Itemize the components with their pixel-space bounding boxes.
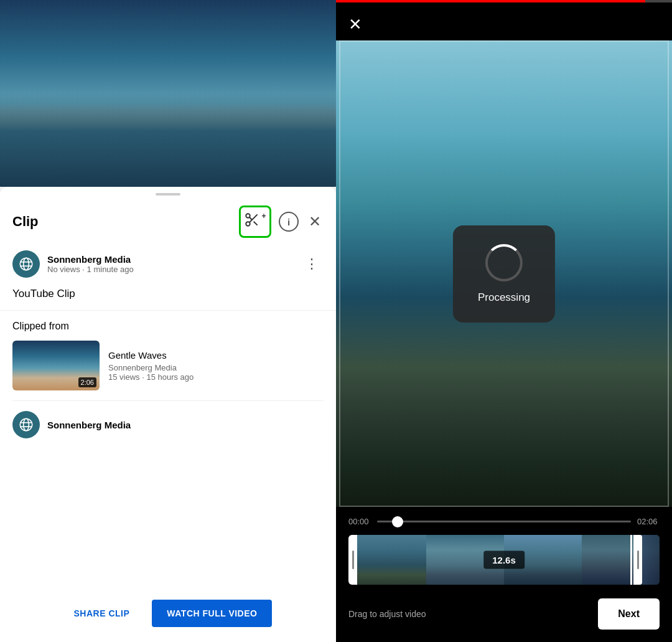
ocean-overlay xyxy=(0,93,336,187)
share-clip-button[interactable]: SHARE CLIP xyxy=(64,601,140,626)
video-title: YouTube Clip xyxy=(12,288,324,300)
source-meta: 15 views · 15 hours ago xyxy=(108,372,324,382)
svg-line-3 xyxy=(254,222,258,225)
channel-row-bottom: Sonnenberg Media xyxy=(0,401,336,448)
left-panel: Clip + i xyxy=(0,0,336,642)
source-channel: Sonnenberg Media xyxy=(108,363,324,372)
bottom-actions: Drag to adjust video Next xyxy=(336,590,672,642)
channel-name: Sonnenberg Media xyxy=(47,254,300,265)
close-icon: ✕ xyxy=(309,213,321,230)
video-preview-area: Processing xyxy=(336,40,672,507)
source-thumbnail: 2:06 xyxy=(12,341,100,390)
more-options-button[interactable]: ⋮ xyxy=(300,253,324,275)
time-row: 00:00 02:06 xyxy=(348,517,660,526)
bottom-avatar xyxy=(12,411,40,438)
processing-overlay: Processing xyxy=(453,225,555,323)
bottom-sheet: Clip + i xyxy=(0,187,336,642)
right-panel: ✕ Processing 00:00 02:06 12.6s xyxy=(336,0,672,642)
duration-badge: 2:06 xyxy=(78,377,96,387)
progress-bar-fill xyxy=(336,0,645,2)
playhead-line xyxy=(630,535,632,585)
scrubber-knob[interactable] xyxy=(392,516,403,527)
svg-point-0 xyxy=(246,214,251,218)
time-start-label: 00:00 xyxy=(348,517,371,526)
source-info: Gentle Waves Sonnenberg Media 15 views ·… xyxy=(108,350,324,382)
right-clip-handle[interactable] xyxy=(633,535,642,585)
top-progress-bar xyxy=(336,0,672,2)
time-end-label: 02:06 xyxy=(637,517,660,526)
channel-meta: No views · 1 minute ago xyxy=(47,265,300,274)
info-button[interactable]: i xyxy=(279,212,299,232)
info-icon: i xyxy=(287,217,290,227)
processing-text: Processing xyxy=(478,291,530,304)
svg-line-4 xyxy=(250,217,252,220)
right-header: ✕ xyxy=(336,2,672,40)
next-button[interactable]: Next xyxy=(598,598,660,630)
avatar xyxy=(12,250,40,278)
action-buttons: SHARE CLIP WATCH FULL VIDEO xyxy=(0,590,336,642)
svg-point-6 xyxy=(24,258,29,270)
clipped-from-label: Clipped from xyxy=(12,321,324,332)
channel-info: Sonnenberg Media No views · 1 minute ago xyxy=(47,254,300,274)
filmstrip-frame-1 xyxy=(348,535,426,585)
watch-full-video-button[interactable]: WATCH FULL VIDEO xyxy=(152,600,272,627)
close-x-button[interactable]: ✕ xyxy=(348,15,362,34)
source-video-row[interactable]: 2:06 Gentle Waves Sonnenberg Media 15 vi… xyxy=(12,341,324,401)
filmstrip-overflow xyxy=(642,535,660,585)
left-video-preview xyxy=(0,0,336,187)
timeline-section: 00:00 02:06 12.6s xyxy=(336,507,672,590)
handle-bar-left xyxy=(352,550,354,569)
filmstrip-container[interactable]: 12.6s xyxy=(348,535,660,585)
bottom-channel-info: Sonnenberg Media xyxy=(47,420,324,430)
header-icons: + i ✕ xyxy=(239,205,324,238)
close-button[interactable]: ✕ xyxy=(306,210,324,233)
sheet-header: Clip + i xyxy=(0,196,336,245)
svg-point-5 xyxy=(20,258,32,270)
source-title: Gentle Waves xyxy=(108,350,324,361)
svg-point-10 xyxy=(24,418,29,431)
loading-spinner xyxy=(485,244,523,281)
video-title-section: YouTube Clip xyxy=(0,285,336,311)
left-clip-handle[interactable] xyxy=(348,535,357,585)
svg-point-9 xyxy=(20,418,32,431)
clip-icon: + xyxy=(244,212,266,232)
channel-row: Sonnenberg Media No views · 1 minute ago… xyxy=(0,245,336,285)
handle-bar-right xyxy=(637,550,639,569)
clipped-from-section: Clipped from 2:06 Gentle Waves Sonnenber… xyxy=(0,311,336,401)
svg-point-1 xyxy=(246,222,251,226)
bottom-channel-name: Sonnenberg Media xyxy=(47,420,324,430)
clip-share-icon-button[interactable]: + xyxy=(239,205,271,238)
drag-hint-text: Drag to adjust video xyxy=(348,609,426,619)
sheet-title: Clip xyxy=(12,214,239,230)
clip-duration-label: 12.6s xyxy=(483,551,525,569)
scrubber-track[interactable] xyxy=(377,521,631,522)
